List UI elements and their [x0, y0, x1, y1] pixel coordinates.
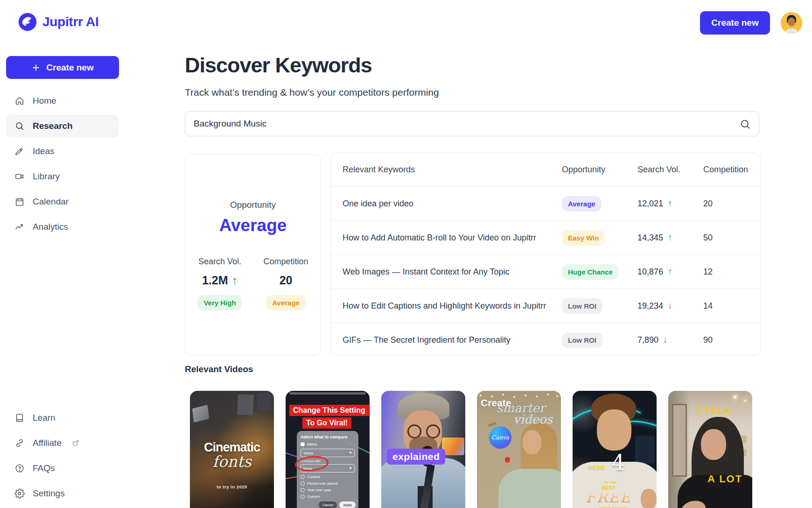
- cancel-button: Cancel: [319, 501, 337, 508]
- external-link-icon: [72, 440, 79, 446]
- banner-text: Change This Setting: [289, 405, 369, 416]
- stat-label: Search Vol.: [197, 257, 242, 267]
- sidebar-item-label: Library: [33, 171, 60, 182]
- relevant-keywords-table: Relevant Keywords Opportunity Search Vol…: [330, 153, 761, 356]
- connector-text: with: [488, 421, 497, 428]
- stat-value: 20: [264, 274, 308, 287]
- video-thumbnail-cinematic-fonts[interactable]: Cinematic fonts to try in 2025: [190, 391, 274, 508]
- thumbnail-text: WEBSITES: [599, 506, 628, 508]
- trend-up-icon: ↑: [668, 233, 672, 243]
- video-thumbnail-four-free-websites[interactable]: HERE 4 OF THE BEST FREE WEBSITES: [573, 391, 657, 508]
- trend-down-icon: ↓: [663, 335, 668, 345]
- thumbnail-title-serif: fonts: [190, 452, 274, 471]
- sidebar-item-research[interactable]: Research: [6, 115, 119, 137]
- sidebar-item-settings[interactable]: Settings: [6, 482, 119, 505]
- keyword-cell: How to Edit Captions and Highlight Keywo…: [343, 301, 562, 311]
- wall-frame: [257, 392, 272, 412]
- opportunity-badge: Huge Chance: [562, 264, 619, 280]
- thumbnail-title-serif: videos: [513, 412, 553, 426]
- search-vol-stat: Search Vol. 1.2M ↑ Very High: [197, 257, 242, 310]
- thumbnail-number: 4: [612, 451, 625, 474]
- presenter-face: [523, 430, 541, 454]
- sidebar-item-library[interactable]: Library: [6, 165, 119, 188]
- jupitrr-logo: Jupitrr AI: [18, 12, 98, 32]
- table-row[interactable]: Web Images — Instant Context for Any Top…: [331, 255, 760, 289]
- sidebar-item-affiliate[interactable]: Affiliate: [6, 432, 119, 454]
- opportunity-badge: Easy Win: [562, 230, 605, 246]
- video-thumbnail-change-setting-viral[interactable]: Change This Setting To Go Viral! Select …: [286, 391, 370, 508]
- keyword-cell: How to Add Automatic B-roll to Your Vide…: [343, 233, 562, 243]
- user-avatar[interactable]: [781, 12, 802, 34]
- pencil-icon: [14, 146, 25, 156]
- sidebar-item-label: Learn: [33, 413, 56, 423]
- modal-actions: Cancel Apply: [297, 431, 358, 508]
- track-lights: [734, 395, 736, 398]
- wall-frame: [237, 394, 254, 416]
- video-thumbnail-i-talk-a-lot[interactable]: I TALK A LOT: [668, 391, 752, 508]
- search-input[interactable]: [185, 112, 759, 136]
- opportunity-label: Opportunity: [230, 200, 276, 210]
- explained-badge: explained: [387, 449, 445, 465]
- opportunity-badge: Average: [562, 196, 602, 212]
- presenter-face: [597, 409, 631, 451]
- strawberry: [505, 457, 510, 463]
- table-header-row: Relevant Keywords Opportunity Search Vol…: [331, 153, 760, 187]
- sidebar-item-faqs[interactable]: FAQs: [6, 457, 119, 480]
- keyword-cell: GIFs — The Secret Ingredient for Persona…: [343, 335, 562, 345]
- table-row[interactable]: How to Add Automatic B-roll to Your Vide…: [331, 221, 760, 255]
- video-thumbnail-create-smarter-videos[interactable]: Create smarter videos with Canva: [477, 391, 561, 508]
- sidebar-item-label: Affiliate: [33, 438, 62, 448]
- sidebar-item-calendar[interactable]: Calendar: [6, 190, 119, 213]
- stat-label: Competition: [264, 257, 308, 267]
- trend-down-icon: ↓: [668, 301, 672, 311]
- sidebar-item-learn[interactable]: Learn: [6, 407, 119, 429]
- keyword-search-bar: [185, 111, 759, 136]
- header-create-new-button[interactable]: Create new: [700, 11, 770, 35]
- thumbnail-subtitle: to try in 2025: [190, 484, 274, 489]
- thumbnail-text: FREE: [586, 489, 631, 506]
- video-thumbnail-explained[interactable]: explained: [381, 391, 465, 508]
- keyword-cell: One idea per video: [343, 199, 562, 209]
- relevant-videos-heading: Relevant Videos: [185, 364, 253, 374]
- canva-logo: Canva: [489, 426, 511, 449]
- table-row[interactable]: GIFs — The Secret Ingredient for Persona…: [331, 323, 760, 356]
- trend-up-icon: ↑: [232, 274, 238, 287]
- opportunity-badge: Low ROI: [562, 332, 602, 348]
- app-window: Jupitrr AI Create new Create new Home Re…: [0, 0, 812, 508]
- brand-name: Jupitrr AI: [42, 14, 98, 29]
- competition-badge: Average: [266, 295, 306, 310]
- search-icon: [14, 121, 25, 131]
- sidebar-item-label: Settings: [33, 488, 65, 499]
- column-header-opportunity: Opportunity: [562, 165, 637, 175]
- sidebar-item-analytics[interactable]: Analytics: [6, 216, 119, 238]
- page-title: Discover Keywords: [185, 53, 372, 78]
- url-text-bar: [289, 392, 366, 395]
- thumbnail-text: HERE: [588, 465, 605, 472]
- sidebar-create-new-button[interactable]: Create new: [6, 56, 119, 79]
- competition-cell: 20: [703, 199, 759, 209]
- trend-up-icon: ↑: [668, 267, 672, 277]
- stat-value: 1.2M ↑: [197, 274, 242, 287]
- sidebar-item-ideas[interactable]: Ideas: [6, 140, 119, 162]
- search-vol-badge: Very High: [197, 295, 242, 310]
- sidebar-item-label: Analytics: [33, 222, 68, 232]
- sidebar-item-label: Research: [33, 121, 73, 131]
- sidebar-create-new-label: Create new: [46, 63, 93, 73]
- apply-button: Apply: [339, 501, 356, 508]
- thumbnail-text: I TALK: [697, 406, 732, 416]
- competition-cell: 12: [703, 267, 759, 277]
- sidebar-item-home[interactable]: Home: [6, 90, 119, 112]
- column-header-competition: Competition: [703, 165, 759, 175]
- search-icon[interactable]: [739, 118, 751, 130]
- jupitrr-logo-icon: [18, 12, 37, 32]
- search-vol-cell: 14,345↑: [637, 233, 703, 243]
- table-row[interactable]: How to Edit Captions and Highlight Keywo…: [331, 289, 760, 323]
- presenter-face: [701, 429, 726, 460]
- search-vol-cell: 10,876↑: [637, 267, 703, 277]
- page-subtitle: Track what’s trending & how’s your compe…: [185, 87, 439, 98]
- book-icon: [14, 413, 25, 423]
- plus-icon: [31, 63, 41, 72]
- search-vol-value: 1.2M: [202, 274, 228, 287]
- column-header-search-vol: Search Vol.: [637, 165, 703, 175]
- table-row[interactable]: One idea per video Average 12,021↑ 20: [331, 187, 760, 221]
